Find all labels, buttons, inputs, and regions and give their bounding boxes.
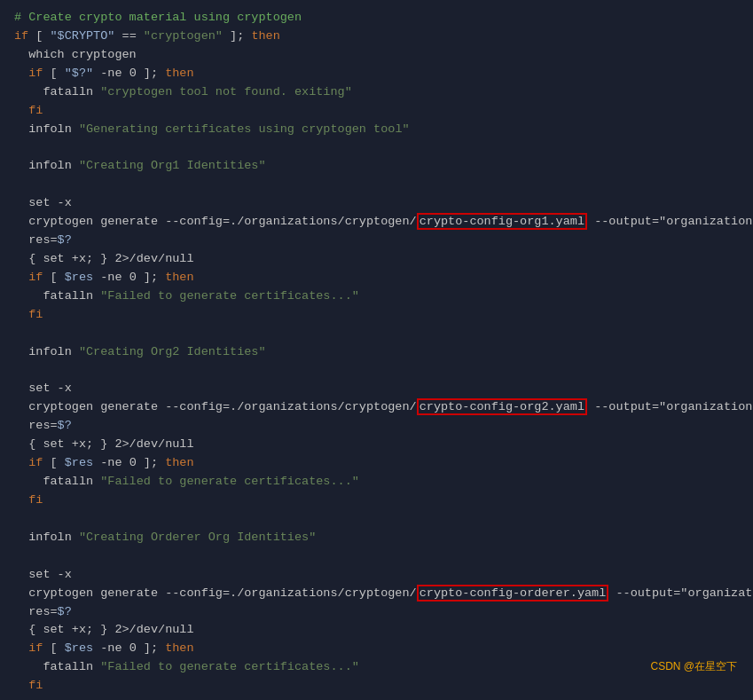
line-38: [14, 696, 739, 700]
line-25: if [ $res -ne 0 ]; then: [14, 454, 739, 473]
line-34: { set +x; } 2>/dev/null: [14, 621, 739, 640]
line-1: # Create crypto material using cryptogen: [14, 9, 739, 28]
line-9: infoln "Creating Org1 Identities": [14, 157, 739, 176]
line-16: fatalln "Failed to generate certificates…: [14, 287, 739, 306]
line-36: fatalln "Failed to generate certificates…: [14, 658, 739, 677]
line-11: set -x: [14, 194, 739, 213]
watermark-highlight: @在星空下: [684, 660, 737, 672]
line-15: if [ $res -ne 0 ]; then: [14, 269, 739, 287]
line-10: [14, 176, 739, 194]
line-29: infoln "Creating Orderer Org Identities": [14, 529, 739, 547]
line-20: [14, 362, 739, 381]
line-31: set -x: [14, 566, 739, 585]
line-37: fi: [14, 677, 739, 696]
line-13: res=$?: [14, 232, 739, 250]
line-32: cryptogen generate --config=./organizati…: [14, 585, 739, 603]
line-23: res=$?: [14, 417, 739, 436]
line-6: fi: [14, 102, 739, 121]
watermark: CSDN @在星空下: [650, 658, 737, 675]
line-24: { set +x; } 2>/dev/null: [14, 436, 739, 454]
line-2: if [ "$CRYPTO" == "cryptogen" ]; then: [14, 28, 739, 46]
line-3: which cryptogen: [14, 46, 739, 65]
line-22: cryptogen generate --config=./organizati…: [14, 398, 739, 417]
code-editor: # Create crypto material using cryptogen…: [0, 0, 753, 700]
line-33: res=$?: [14, 603, 739, 622]
highlight-org1: crypto-config-org1.yaml: [417, 213, 587, 230]
line-21: set -x: [14, 380, 739, 398]
line-12: cryptogen generate --config=./organizati…: [14, 213, 739, 232]
line-14: { set +x; } 2>/dev/null: [14, 250, 739, 269]
line-7: infoln "Generating certificates using cr…: [14, 121, 739, 139]
highlight-orderer: crypto-config-orderer.yaml: [417, 585, 609, 602]
line-5: fatalln "cryptogen tool not found. exiti…: [14, 83, 739, 102]
highlight-org2: crypto-config-org2.yaml: [417, 398, 587, 415]
line-28: [14, 510, 739, 529]
line-4: if [ "$?" -ne 0 ]; then: [14, 65, 739, 83]
line-27: fi: [14, 492, 739, 510]
line-8: [14, 138, 739, 157]
line-17: fi: [14, 306, 739, 325]
line-30: [14, 547, 739, 566]
line-26: fatalln "Failed to generate certificates…: [14, 473, 739, 492]
watermark-prefix: CSDN: [650, 660, 683, 672]
line-19: infoln "Creating Org2 Identities": [14, 343, 739, 362]
line-35: if [ $res -ne 0 ]; then: [14, 640, 739, 658]
line-18: [14, 325, 739, 343]
